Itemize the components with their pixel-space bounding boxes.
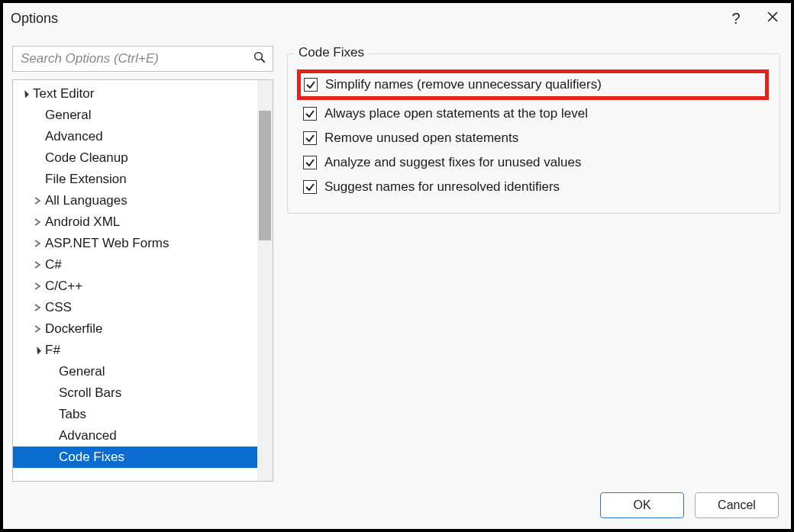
- expand-down-icon: [21, 89, 30, 98]
- tree-item-advanced[interactable]: Advanced: [13, 126, 257, 147]
- tree-item-fsharp-scroll-bars[interactable]: Scroll Bars: [13, 382, 257, 404]
- tree-item-csharp[interactable]: C#: [13, 254, 257, 276]
- tree-label: F#: [45, 343, 60, 358]
- help-icon: ?: [731, 10, 740, 27]
- tree-label: Tabs: [59, 407, 86, 422]
- tree-label: File Extension: [45, 172, 127, 187]
- option-simplify-names[interactable]: Simplify names (remove unnecessary quali…: [297, 69, 769, 100]
- tree-item-fsharp-advanced[interactable]: Advanced: [13, 425, 257, 447]
- tree-label: Code Cleanup: [45, 150, 128, 166]
- dialog-footer: OK Cancel: [3, 482, 791, 529]
- tree-item-text-editor[interactable]: Text Editor: [13, 83, 257, 105]
- search-icon: [253, 50, 266, 67]
- tree-item-aspnet-web-forms[interactable]: ASP.NET Web Forms: [13, 233, 257, 254]
- checkbox-icon[interactable]: [303, 131, 317, 145]
- option-remove-unused-open[interactable]: Remove unused open statements: [300, 126, 767, 150]
- search-box[interactable]: [12, 46, 273, 72]
- tree-item-fsharp[interactable]: F#: [13, 340, 257, 361]
- tree-item-android-xml[interactable]: Android XML: [13, 211, 257, 233]
- tree-label: All Languages: [45, 193, 127, 208]
- cancel-button[interactable]: Cancel: [695, 492, 779, 518]
- tree-item-general[interactable]: General: [13, 105, 257, 126]
- tree-label: Android XML: [45, 214, 120, 230]
- tree-label: Text Editor: [33, 86, 94, 102]
- tree-item-fsharp-general[interactable]: General: [13, 361, 257, 382]
- scrollbar-thumb[interactable]: [259, 111, 271, 240]
- tree-label: Code Fixes: [59, 450, 124, 465]
- option-label: Simplify names (remove unnecessary quali…: [325, 77, 602, 92]
- expand-right-icon: [33, 196, 42, 205]
- expand-right-icon: [33, 303, 42, 312]
- tree-item-css[interactable]: CSS: [13, 297, 257, 318]
- tree-item-all-languages[interactable]: All Languages: [13, 190, 257, 211]
- titlebar: Options ?: [3, 3, 791, 34]
- tree-label: General: [59, 364, 105, 379]
- checkbox-icon[interactable]: [304, 78, 318, 92]
- tree-label: Scroll Bars: [59, 385, 121, 401]
- checkbox-icon[interactable]: [303, 107, 317, 121]
- tree-item-code-cleanup[interactable]: Code Cleanup: [13, 147, 257, 169]
- options-dialog: Options ?: [3, 3, 791, 529]
- option-unused-values[interactable]: Analyze and suggest fixes for unused val…: [300, 150, 767, 175]
- option-label: Suggest names for unresolved identifiers: [324, 179, 560, 195]
- expand-right-icon: [33, 260, 42, 269]
- tree-label: General: [45, 108, 91, 123]
- ok-button[interactable]: OK: [600, 492, 684, 518]
- tree-label: Dockerfile: [45, 321, 103, 337]
- option-label: Analyze and suggest fixes for unused val…: [324, 155, 581, 170]
- expand-right-icon: [33, 324, 42, 334]
- tree-label: ASP.NET Web Forms: [45, 236, 169, 251]
- option-open-top-level[interactable]: Always place open statements at the top …: [300, 102, 767, 126]
- help-button[interactable]: ?: [718, 3, 754, 34]
- tree-item-fsharp-code-fixes[interactable]: Code Fixes: [13, 447, 257, 468]
- tree-label: CSS: [45, 300, 72, 315]
- checkbox-icon[interactable]: [303, 180, 317, 194]
- tree-label: C/C++: [45, 279, 82, 294]
- close-button[interactable]: [754, 3, 791, 34]
- tree-item-file-extension[interactable]: File Extension: [13, 169, 257, 190]
- close-icon: [767, 11, 779, 27]
- tree-item-fsharp-tabs[interactable]: Tabs: [13, 404, 257, 425]
- code-fixes-group: Code Fixes Simplify names (remove unnece…: [287, 53, 780, 214]
- expand-down-icon: [33, 346, 42, 355]
- checkbox-icon[interactable]: [303, 156, 317, 169]
- tree-label: Advanced: [59, 428, 117, 443]
- svg-line-1: [261, 59, 265, 63]
- svg-point-0: [255, 53, 263, 60]
- tree-label: Advanced: [45, 129, 103, 144]
- tree-item-cpp[interactable]: C/C++: [13, 276, 257, 297]
- tree-view[interactable]: Text Editor General Advanced Code Cleanu…: [12, 79, 273, 482]
- expand-right-icon: [33, 282, 42, 291]
- tree-item-dockerfile[interactable]: Dockerfile: [13, 318, 257, 340]
- option-label: Always place open statements at the top …: [324, 106, 588, 121]
- right-panel: Code Fixes Simplify names (remove unnece…: [287, 46, 780, 482]
- group-legend: Code Fixes: [294, 45, 369, 60]
- left-panel: Text Editor General Advanced Code Cleanu…: [12, 46, 273, 482]
- window-title: Options: [11, 11, 58, 27]
- expand-right-icon: [33, 239, 42, 248]
- scrollbar[interactable]: [257, 80, 273, 481]
- tree-label: C#: [45, 257, 62, 272]
- option-unresolved-identifiers[interactable]: Suggest names for unresolved identifiers: [300, 175, 767, 199]
- option-label: Remove unused open statements: [324, 131, 518, 146]
- search-input[interactable]: [21, 51, 253, 66]
- expand-right-icon: [33, 218, 42, 227]
